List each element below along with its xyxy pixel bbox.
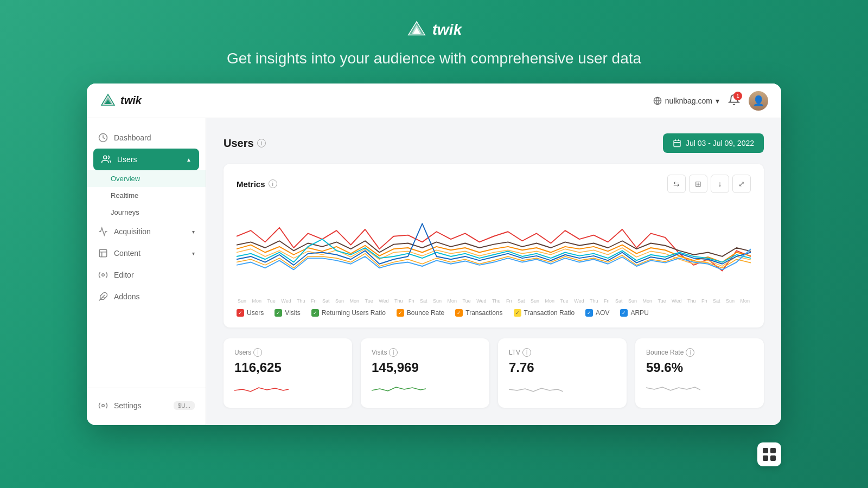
legend-checkbox-arpu: ✓ <box>620 309 628 317</box>
dashboard-icon <box>98 132 108 143</box>
x-label: Sun <box>238 298 246 304</box>
stat-value-visits: 145,969 <box>372 360 478 375</box>
x-label: Wed <box>281 298 291 304</box>
x-label: Sat <box>420 298 427 304</box>
page-title-info-icon[interactable]: i <box>257 139 266 147</box>
x-label: Mon <box>252 298 262 304</box>
sidebar-dashboard-label: Dashboard <box>114 133 151 142</box>
sidebar-item-acquisition[interactable]: Acquisition ▾ <box>87 221 206 242</box>
stat-info-icon-users[interactable]: i <box>253 348 262 357</box>
x-label: Sat <box>322 298 330 304</box>
x-label: Thu <box>394 298 403 304</box>
sidebar-sub-overview[interactable]: Overview <box>87 170 206 187</box>
legend-item-bounce-rate[interactable]: ✓ Bounce Rate <box>397 309 444 317</box>
stat-card-users: Users i 116,625 <box>224 338 352 408</box>
sidebar-item-dashboard[interactable]: Dashboard <box>87 127 206 149</box>
expand-button[interactable]: ⤢ <box>732 175 751 193</box>
sidebar-sub-journeys[interactable]: Journeys <box>87 204 206 221</box>
stat-value-bounce-rate: 59.6% <box>646 360 753 375</box>
svg-rect-17 <box>674 140 680 147</box>
content-chevron-icon: ▾ <box>192 251 195 256</box>
sidebar-item-addons[interactable]: Addons <box>87 286 206 307</box>
sparkline-users <box>234 380 289 396</box>
sidebar-users-label: Users <box>117 155 137 164</box>
legend-checkbox-returning: ✓ <box>311 309 319 317</box>
sidebar-item-content[interactable]: Content ▾ <box>87 242 206 264</box>
x-label: Wed <box>574 298 584 304</box>
date-range-button[interactable]: Jul 03 - Jul 09, 2022 <box>663 133 764 153</box>
legend-item-transaction-ratio[interactable]: ✓ Transaction Ratio <box>514 309 575 317</box>
upgrade-badge[interactable]: $U... <box>174 401 195 410</box>
x-label: Sun <box>531 298 539 304</box>
x-label: Tue <box>658 298 666 304</box>
legend-label-users: Users <box>247 309 264 317</box>
table-view-button[interactable]: ⊞ <box>689 175 707 193</box>
sidebar-item-users[interactable]: Users ▲ <box>93 149 199 170</box>
domain-chevron-icon: ▾ <box>716 97 719 105</box>
legend-checkbox-transactions: ✓ <box>455 309 463 317</box>
sidebar-bottom: Settings $U... <box>87 388 206 416</box>
users-icon <box>101 154 112 165</box>
sidebar-settings-label: Settings <box>114 401 142 410</box>
legend-item-visits[interactable]: ✓ Visits <box>275 309 300 317</box>
app-logo: twik <box>100 93 142 109</box>
legend-label-visits: Visits <box>285 309 300 317</box>
header-right: nulknbag.com ▾ 1 👤 <box>653 91 768 111</box>
tagline: Get insights into your audience with com… <box>227 50 641 67</box>
app-logo-icon <box>100 93 116 109</box>
app-grid-button[interactable] <box>757 442 781 466</box>
metrics-card: Metrics i ⇆ ⊞ ↓ ⤢ <box>224 164 764 328</box>
stat-info-icon-ltv[interactable]: i <box>522 348 531 357</box>
x-label: Mon <box>642 298 652 304</box>
download-button[interactable]: ↓ <box>711 175 729 193</box>
svg-rect-10 <box>99 249 107 257</box>
metrics-chart <box>237 202 751 294</box>
sidebar-item-settings[interactable]: Settings $U... <box>87 395 206 416</box>
stat-label-bounce-rate: Bounce Rate i <box>646 348 753 357</box>
stat-card-ltv: LTV i 7.76 <box>498 338 627 408</box>
stat-value-ltv: 7.76 <box>509 360 616 375</box>
sidebar-overview-label: Overview <box>111 175 140 183</box>
notification-button[interactable]: 1 <box>728 94 740 108</box>
page-title-text: Users <box>224 137 254 150</box>
metrics-info-icon[interactable]: i <box>269 179 277 188</box>
sidebar-item-editor[interactable]: Editor <box>87 264 206 286</box>
top-brand-container: twik <box>406 20 462 40</box>
domain-name: nulknbag.com <box>665 97 712 105</box>
sidebar-journeys-label: Journeys <box>111 208 139 216</box>
legend-label-bounce: Bounce Rate <box>407 309 444 317</box>
legend-item-users[interactable]: ✓ Users <box>237 309 264 317</box>
stat-card-visits: Visits i 145,969 <box>361 338 489 408</box>
legend-item-returning-users[interactable]: ✓ Returning Users Ratio <box>311 309 386 317</box>
editor-icon <box>98 269 108 280</box>
stat-card-bounce-rate: Bounce Rate i 59.6% <box>635 338 764 408</box>
sidebar-editor-label: Editor <box>114 271 134 279</box>
sidebar-sub-realtime[interactable]: Realtime <box>87 187 206 204</box>
chart-legend: ✓ Users ✓ Visits ✓ Returning Users Ratio… <box>237 309 751 317</box>
metrics-actions: ⇆ ⊞ ↓ ⤢ <box>667 175 751 193</box>
x-label: Wed <box>476 298 486 304</box>
legend-item-transactions[interactable]: ✓ Transactions <box>455 309 502 317</box>
svg-point-16 <box>102 404 105 407</box>
stat-info-icon-bounce[interactable]: i <box>686 348 694 357</box>
legend-item-aov[interactable]: ✓ AOV <box>585 309 609 317</box>
x-label: Tue <box>365 298 373 304</box>
x-label: Tue <box>462 298 470 304</box>
domain-selector[interactable]: nulknbag.com ▾ <box>653 97 719 105</box>
app-body: Dashboard Users ▲ Overview Realtime Jour… <box>87 118 781 425</box>
x-label: Sun <box>628 298 637 304</box>
x-label: Thu <box>297 298 305 304</box>
stat-value-users: 116,625 <box>234 360 341 375</box>
sidebar-content-label: Content <box>114 249 141 258</box>
x-label: Sat <box>615 298 623 304</box>
stats-row: Users i 116,625 Visits i 145,969 <box>224 338 764 408</box>
svg-point-9 <box>104 156 107 159</box>
stat-info-icon-visits[interactable]: i <box>389 348 398 357</box>
x-label: Thu <box>687 298 696 304</box>
swap-view-button[interactable]: ⇆ <box>667 175 686 193</box>
x-label: Sat <box>518 298 525 304</box>
legend-item-arpu[interactable]: ✓ ARPU <box>620 309 648 317</box>
x-label: Mon <box>545 298 554 304</box>
app-logo-name: twik <box>120 94 142 107</box>
user-avatar[interactable]: 👤 <box>749 91 768 111</box>
